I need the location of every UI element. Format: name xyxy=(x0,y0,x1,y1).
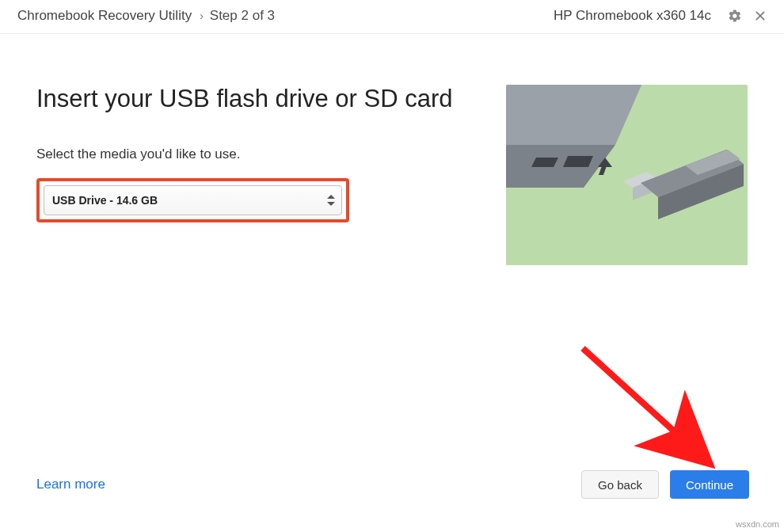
continue-button[interactable]: Continue xyxy=(670,470,749,499)
media-select-value: USB Drive - 14.6 GB xyxy=(52,194,158,207)
go-back-button[interactable]: Go back xyxy=(581,470,659,499)
annotation-arrow xyxy=(577,342,719,469)
media-select[interactable]: USB Drive - 14.6 GB xyxy=(44,185,342,215)
footer-bar: Learn more Go back Continue xyxy=(36,470,749,499)
watermark: wsxdn.com xyxy=(736,519,779,529)
stepper-icon xyxy=(327,195,335,206)
svg-line-11 xyxy=(583,348,687,443)
main-content: Insert your USB flash drive or SD card S… xyxy=(0,34,784,265)
usb-illustration xyxy=(506,85,748,265)
step-indicator: Step 2 of 3 xyxy=(210,8,275,24)
device-name: HP Chromebook x360 14c xyxy=(554,8,711,24)
learn-more-link[interactable]: Learn more xyxy=(36,477,105,492)
header-bar: Chromebook Recovery Utility › Step 2 of … xyxy=(0,0,784,34)
breadcrumb-separator: › xyxy=(200,10,204,22)
gear-icon[interactable] xyxy=(727,8,743,24)
svg-marker-4 xyxy=(563,156,593,167)
page-title: Insert your USB flash drive or SD card xyxy=(36,85,480,113)
select-highlight: USB Drive - 14.6 GB xyxy=(36,178,349,222)
close-icon[interactable] xyxy=(752,8,768,24)
instruction-text: Select the media you'd like to use. xyxy=(36,146,480,162)
app-title: Chromebook Recovery Utility xyxy=(17,8,192,24)
